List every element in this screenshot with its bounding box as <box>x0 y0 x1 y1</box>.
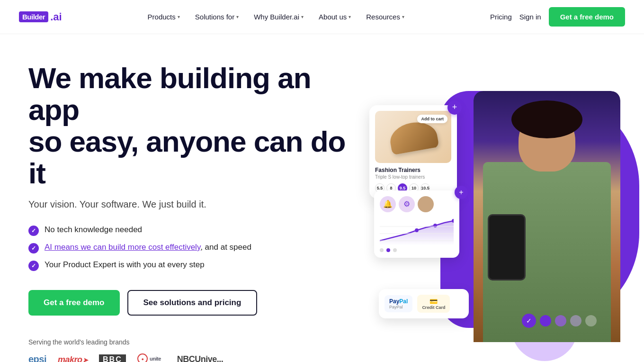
analytics-chart <box>380 217 454 245</box>
chevron-down-icon: ▾ <box>402 14 404 19</box>
svg-text:●: ● <box>141 357 143 362</box>
add-button-card[interactable]: + <box>447 100 462 115</box>
hero-left: We make building an app so easy, anyone … <box>28 63 350 362</box>
chart-pagination-dots <box>380 248 454 252</box>
hero-right: Add to cart Fashion Trainers Triple S lo… <box>369 86 625 342</box>
paypal-label: PayPal <box>389 305 408 309</box>
chevron-down-icon: ▾ <box>236 14 239 19</box>
dot-purple-3 <box>570 315 581 326</box>
hero-demo-button[interactable]: Get a free demo <box>28 290 120 316</box>
brand-pepsi: epsi <box>28 354 46 362</box>
chart-dot-3[interactable] <box>393 248 397 252</box>
check-icon-1 <box>28 226 39 236</box>
settings-icon: ⚙ <box>399 196 415 212</box>
navigation: Builder .ai Products ▾ Solutions for ▾ W… <box>0 0 644 34</box>
chart-dot-1[interactable] <box>380 248 384 252</box>
nav-pricing-link[interactable]: Pricing <box>490 13 512 21</box>
analytics-card: 🔔 ⚙ <box>374 190 459 258</box>
user-avatar <box>418 196 434 212</box>
nav-solutions[interactable]: Solutions for ▾ <box>188 9 245 25</box>
nav-why[interactable]: Why Builder.ai ▾ <box>247 9 310 25</box>
hero-subtitle: Your vision. Your software. We just buil… <box>28 199 350 210</box>
check-icon-3 <box>28 261 39 271</box>
check-icon-2 <box>28 243 39 253</box>
chart-dot-2[interactable] <box>386 248 390 252</box>
brand-makro: makro➤ <box>58 354 88 362</box>
product-title: Fashion Trainers <box>375 167 451 173</box>
notification-icon: 🔔 <box>380 196 396 212</box>
feature-item-1: No tech knowledge needed <box>28 225 350 236</box>
svg-text:unite: unite <box>150 356 161 362</box>
logo[interactable]: Builder .ai <box>19 11 62 23</box>
hero-buttons: Get a free demo See solutions and pricin… <box>28 290 350 316</box>
shoe-image <box>387 119 439 155</box>
brand-bbc: BBC <box>99 354 126 362</box>
dot-purple-2 <box>555 315 566 326</box>
brand-unite: ● unite <box>137 353 166 362</box>
nav-signin-link[interactable]: Sign in <box>519 13 541 21</box>
product-subtitle: Triple S low-top trainers <box>375 174 451 180</box>
svg-point-4 <box>433 224 437 227</box>
credit-card-logo: 💳 Credit Card <box>417 295 450 313</box>
hero-section: We make building an app so easy, anyone … <box>0 34 644 362</box>
app-product-card: Add to cart Fashion Trainers Triple S lo… <box>369 105 457 199</box>
paypal-logo: PayPal PayPal <box>385 295 412 312</box>
brands-row: epsi makro➤ BBC ● unite NBCUnive... <box>28 353 350 362</box>
analytics-icons-row: 🔔 ⚙ <box>380 196 454 212</box>
nav-products[interactable]: Products ▾ <box>141 9 187 25</box>
payment-methods-card: PayPal PayPal 💳 Credit Card <box>379 289 469 318</box>
check-indicator: ✓ <box>522 314 536 328</box>
credit-card-label: Credit Card <box>422 305 445 310</box>
logo-suffix: .ai <box>50 11 62 23</box>
brand-nbc: NBCUnive... <box>177 354 224 362</box>
nav-links: Products ▾ Solutions for ▾ Why Builder.a… <box>141 9 411 25</box>
nav-demo-button[interactable]: Get a free demo <box>549 7 625 27</box>
feature-item-3: Your Product Expert is with you at every… <box>28 260 350 271</box>
unite-logo-svg: ● unite <box>137 353 166 362</box>
chevron-down-icon: ▾ <box>301 14 304 19</box>
chevron-down-icon: ▾ <box>349 14 351 19</box>
hero-title: We make building an app so easy, anyone … <box>28 63 350 190</box>
product-image: Add to cart <box>375 111 451 163</box>
hero-features-list: No tech knowledge needed AI means we can… <box>28 225 350 271</box>
feature-item-2: AI means we can build more cost effectiv… <box>28 243 350 253</box>
chevron-down-icon: ▾ <box>178 14 180 19</box>
dot-purple-1 <box>540 315 551 326</box>
logo-box: Builder <box>19 11 48 22</box>
nav-resources[interactable]: Resources ▾ <box>359 9 411 25</box>
ai-link[interactable]: AI means we can build more cost effectiv… <box>45 243 200 252</box>
bottom-indicator-dots: ✓ <box>522 314 597 328</box>
nav-about[interactable]: About us ▾ <box>312 9 358 25</box>
dot-gray <box>585 315 597 326</box>
svg-point-3 <box>415 228 419 232</box>
brands-label: Serving the world's leading brands <box>28 338 350 346</box>
add-to-cart-badge[interactable]: Add to cart <box>417 115 447 123</box>
line-chart-svg <box>380 217 454 245</box>
nav-right: Pricing Sign in Get a free demo <box>490 7 625 27</box>
add-button-analytics[interactable]: + <box>455 186 468 199</box>
hero-solutions-button[interactable]: See solutions and pricing <box>127 290 258 316</box>
